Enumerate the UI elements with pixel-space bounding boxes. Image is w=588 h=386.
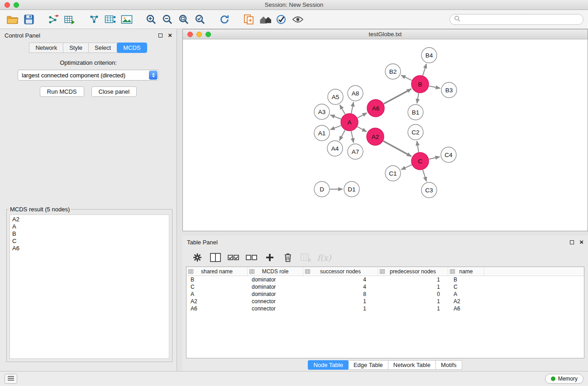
network-close-button[interactable] (187, 32, 193, 37)
save-session-button[interactable] (21, 12, 37, 27)
node-C1[interactable]: C1 (385, 166, 401, 181)
first-neighbors-button[interactable] (86, 12, 102, 27)
import-network-button[interactable] (45, 12, 62, 27)
column-header-MCDS-role[interactable]: MCDS role (248, 267, 303, 276)
edge-A-A5[interactable] (340, 105, 345, 114)
deselect-all-button[interactable] (244, 250, 259, 265)
tab-network-table[interactable]: Network Table (388, 360, 436, 370)
edge-B-B1[interactable] (417, 93, 419, 104)
run-mcds-button[interactable]: Run MCDS (40, 86, 84, 97)
apply-layout-button[interactable] (216, 12, 233, 27)
node-C[interactable]: C (411, 152, 429, 170)
import-table-button[interactable] (62, 12, 78, 27)
edge-C-C3[interactable] (423, 170, 426, 181)
node-D1[interactable]: D1 (344, 181, 359, 197)
zoom-out-button[interactable] (159, 12, 176, 27)
show-hide-button[interactable] (290, 12, 306, 27)
mcds-result-list[interactable]: A2ABCA6 (10, 214, 169, 359)
edge-A2-C[interactable] (383, 141, 411, 157)
node-A7[interactable]: A7 (348, 144, 363, 159)
close-panel-button[interactable]: Close panel (91, 86, 137, 97)
export-image-button[interactable] (119, 12, 135, 27)
search-input[interactable] (463, 16, 579, 23)
home-button[interactable] (257, 12, 273, 27)
zoom-window-button[interactable] (14, 2, 19, 8)
close-window-button[interactable] (5, 2, 10, 8)
table-settings-button[interactable] (190, 250, 205, 265)
tab-mcds[interactable]: MCDS (117, 43, 147, 53)
edge-A-A6[interactable] (358, 113, 367, 118)
table-row[interactable]: A2connector11A2 (186, 298, 584, 305)
tab-select[interactable]: Select (88, 43, 117, 53)
table-row[interactable]: A6connector11A6 (186, 305, 584, 312)
network-zoom-button[interactable] (206, 32, 211, 37)
zoom-in-button[interactable] (143, 12, 159, 27)
column-header-name[interactable]: name (448, 267, 484, 276)
node-C3[interactable]: C3 (421, 182, 437, 198)
edge-A6-B[interactable] (384, 89, 411, 104)
edge-A-A2[interactable] (357, 127, 366, 132)
network-canvas[interactable]: B4B2BB3A8A5A6B1A3AC2A1A2A4A7CC4C1C3DD1 (183, 39, 588, 231)
node-B3[interactable]: B3 (441, 82, 457, 98)
edge-C-C1[interactable] (401, 165, 412, 170)
optimization-criterion-select[interactable]: largest connected component (directed) (18, 70, 159, 81)
mcds-result-item[interactable]: A6 (12, 245, 167, 252)
network-graph[interactable]: B4B2BB3A8A5A6B1A3AC2A1A2A4A7CC4C1C3DD1 (183, 39, 588, 230)
edge-A-A8[interactable] (351, 102, 354, 114)
new-network-from-table-button[interactable] (102, 12, 119, 27)
close-panel-icon[interactable]: × (168, 33, 172, 38)
edge-B-B2[interactable] (401, 75, 412, 80)
node-A6[interactable]: A6 (367, 100, 384, 117)
edge-B-B3[interactable] (429, 86, 440, 88)
apply-style-button[interactable] (273, 12, 290, 27)
tab-style[interactable]: Style (63, 43, 89, 53)
network-minimize-button[interactable] (196, 32, 202, 37)
table-row[interactable]: Cdominator41C (186, 283, 584, 291)
tab-edge-table[interactable]: Edge Table (348, 360, 388, 370)
tab-motifs[interactable]: Motifs (435, 360, 462, 370)
mcds-result-item[interactable]: A2 (12, 216, 167, 223)
mcds-result-item[interactable]: C (12, 238, 167, 245)
edge-A-A3[interactable] (330, 115, 341, 119)
node-A1[interactable]: A1 (314, 125, 330, 141)
close-table-panel-icon[interactable]: × (579, 240, 583, 244)
edge-A-A7[interactable] (351, 131, 354, 143)
column-header-predecessor-nodes[interactable]: predecessor nodes (378, 267, 448, 276)
toggle-columns-button[interactable] (208, 250, 223, 265)
edge-A-A4[interactable] (339, 130, 345, 141)
copy-view-button[interactable] (241, 12, 257, 27)
zoom-selected-button[interactable] (192, 12, 208, 27)
node-A[interactable]: A (341, 114, 358, 131)
float-table-panel-icon[interactable] (570, 240, 574, 244)
tab-node-table[interactable]: Node Table (308, 360, 349, 370)
mcds-result-item[interactable]: A (12, 223, 167, 230)
node-C2[interactable]: C2 (408, 124, 423, 140)
edge-C-C4[interactable] (429, 157, 440, 159)
select-all-button[interactable] (226, 250, 241, 265)
node-A8[interactable]: A8 (348, 86, 363, 101)
node-B1[interactable]: B1 (408, 105, 423, 120)
node-B4[interactable]: B4 (421, 48, 437, 63)
search-box[interactable] (449, 14, 583, 25)
table-row[interactable]: Adominator80A (186, 291, 584, 298)
node-A4[interactable]: A4 (327, 141, 343, 156)
node-A2[interactable]: A2 (367, 128, 384, 145)
edge-B-B4[interactable] (423, 64, 426, 76)
task-history-button[interactable] (5, 374, 17, 384)
mcds-result-item[interactable]: B (12, 230, 167, 238)
node-A3[interactable]: A3 (314, 104, 330, 119)
node-B2[interactable]: B2 (385, 64, 401, 79)
column-header-shared-name[interactable]: shared name (186, 267, 248, 276)
open-session-button[interactable] (5, 12, 21, 27)
node-C4[interactable]: C4 (441, 147, 456, 162)
edge-C-C2[interactable] (417, 141, 419, 152)
delete-row-button[interactable] (280, 250, 296, 265)
float-panel-icon[interactable] (158, 33, 163, 38)
edge-A-A1[interactable] (330, 125, 341, 129)
add-row-button[interactable] (262, 250, 277, 265)
table-row[interactable]: Bdominator41B (186, 276, 584, 283)
node-A5[interactable]: A5 (328, 89, 343, 105)
node-B[interactable]: B (411, 76, 429, 93)
tab-network[interactable]: Network (29, 43, 63, 53)
node-D[interactable]: D (314, 181, 330, 197)
